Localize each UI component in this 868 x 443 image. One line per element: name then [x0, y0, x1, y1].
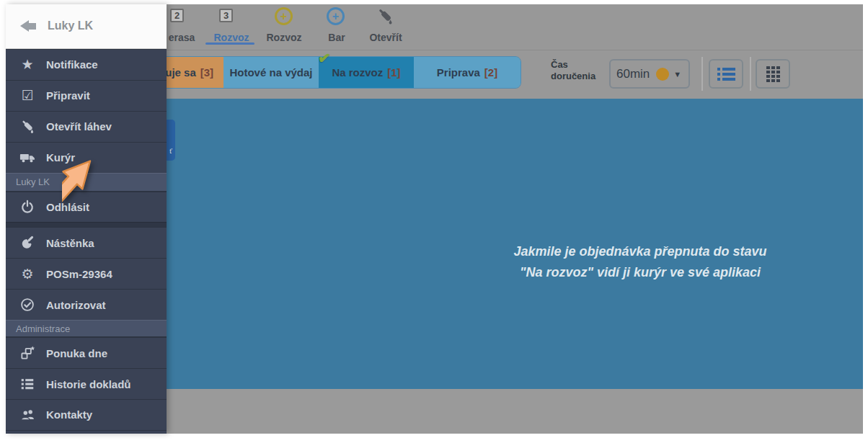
status-filter-group: vuje sa [3] Hotové na výdaj Na rozvoz [1…: [149, 56, 521, 89]
blocks-star-icon: [17, 345, 37, 362]
list-icon: [717, 68, 735, 81]
delivery-time-dropdown[interactable]: 60min ▼: [609, 59, 690, 89]
palette-icon: [17, 235, 37, 251]
bar-button[interactable]: Bar: [321, 32, 353, 43]
people-icon: [17, 407, 37, 423]
truck-icon: [17, 150, 37, 166]
filter-count: [3]: [200, 66, 213, 79]
grid-view-button[interactable]: [756, 59, 790, 89]
open-bottle-button[interactable]: Otevřít: [363, 32, 409, 43]
selected-check-icon: ✔: [317, 49, 332, 68]
sidebar-item-ponuka-dne[interactable]: Ponuka dne: [6, 337, 167, 368]
divider: [701, 57, 703, 91]
grid-icon: [766, 66, 780, 82]
delivery-time-value: 60min: [616, 67, 650, 81]
arrow-left-icon: [20, 20, 36, 32]
time-status-dot-icon: [656, 68, 669, 81]
chevron-down-icon: ▼: [673, 70, 681, 79]
new-rozvoz-button[interactable]: Rozvoz: [262, 32, 306, 43]
gear-icon: ⚙: [17, 266, 37, 282]
sidebar-item-notifikace[interactable]: ★ Notifikace: [6, 49, 167, 80]
sidebar-item-otevrit-lahev[interactable]: Otevřít láhev: [6, 111, 167, 142]
user-name: Luky LK: [48, 19, 93, 32]
list-view-button[interactable]: [709, 59, 743, 89]
filter-priprava[interactable]: Priprava [2]: [414, 57, 521, 88]
bottle-icon[interactable]: [376, 6, 394, 30]
filter-hotove-na-vydaj[interactable]: Hotové na výdaj: [223, 57, 319, 88]
sidebar-item-historie-dokladu[interactable]: Historie dokladů: [6, 368, 167, 399]
filter-count: [2]: [484, 66, 497, 79]
sidebar-item-autorizovat[interactable]: Autorizovat: [6, 289, 167, 320]
sidebar-section-administrace: Administrace: [6, 320, 167, 337]
pointer-arrow-icon: [62, 157, 127, 236]
sidebar-item-kontakty[interactable]: Kontakty: [6, 399, 167, 430]
divider: [750, 57, 751, 91]
clipboard-check-icon: ☑: [17, 87, 37, 104]
sidebar-back-header[interactable]: Luky LK: [6, 4, 167, 49]
order-card[interactable]: ť: [167, 120, 175, 161]
tab-terasa-badge: 2: [170, 9, 184, 22]
hint-note: Jakmile je objednávka přepnuta do stavu …: [417, 241, 864, 283]
tab-terasa[interactable]: erasa: [163, 32, 200, 43]
sidebar-item-posm[interactable]: ⚙ POSm-29364: [6, 258, 167, 289]
filter-na-rozvoz[interactable]: Na rozvoz [1]: [319, 57, 414, 88]
tab-rozvoz[interactable]: Rozvoz: [206, 32, 257, 43]
power-icon: [17, 199, 37, 215]
check-circle-icon: [17, 297, 37, 313]
list-icon: [17, 376, 37, 392]
sidebar-item-pripravit[interactable]: ☑ Připravit: [6, 80, 167, 111]
active-tab-underline: [205, 42, 254, 45]
plus-circle-yellow-icon[interactable]: +: [275, 7, 293, 25]
filter-count: [1]: [387, 66, 400, 79]
sidebar-bottom-strip: [6, 430, 167, 434]
tab-rozvoz-badge: 3: [219, 9, 233, 22]
delivery-time-label: Čas doručenia: [551, 59, 595, 82]
bottle-icon: [17, 119, 37, 135]
plus-circle-blue-icon[interactable]: +: [327, 7, 345, 25]
star-icon: ★: [17, 56, 37, 73]
